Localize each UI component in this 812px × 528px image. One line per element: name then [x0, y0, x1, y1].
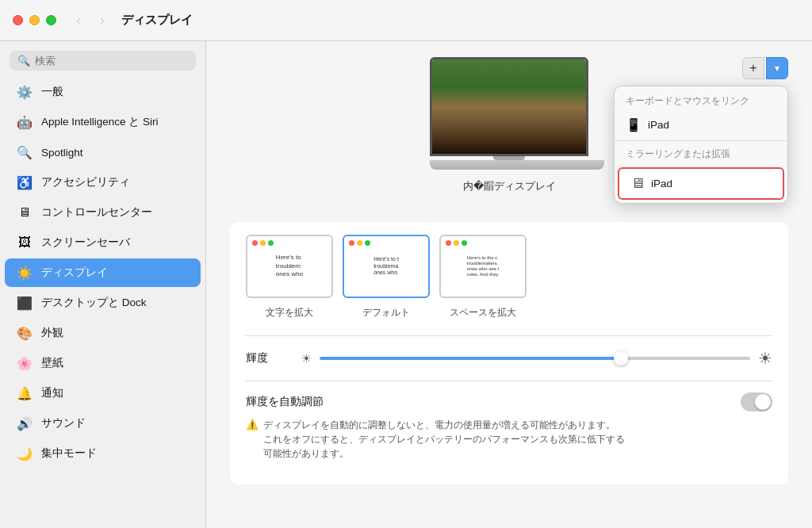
sidebar-item-spotlight[interactable]: 🔍 Spotlight [5, 138, 201, 166]
sidebar-item-label: 壁紙 [41, 356, 63, 370]
brightness-slider[interactable] [320, 357, 750, 360]
popup-mirror-ipad-label: iPad [651, 178, 672, 189]
auto-brightness-title: 輝度を自動調節 [246, 395, 324, 409]
sidebar-item-sound[interactable]: 🔊 サウンド [5, 409, 201, 438]
preview-text: Here's totroublemones who [276, 254, 303, 278]
sidebar-item-accessibility[interactable]: ♿ アクセシビリティ [5, 168, 201, 197]
preview-inner: Here's to ttroublemaones who [348, 239, 423, 293]
sidebar-item-label: 一般 [41, 85, 63, 99]
resolution-option-default[interactable]: Here's to ttroublemaones who デフォルト [343, 235, 430, 319]
sidebar-item-label: コントロールセンター [41, 205, 152, 220]
preview-dots [349, 240, 370, 246]
green-dot [268, 240, 274, 246]
traffic-lights [13, 15, 56, 25]
popup-keyboard-ipad-item[interactable]: 📱 iPad [615, 111, 787, 139]
auto-brightness-warning: ⚠️ ディスプレイを自動的に調整しないと、電力の使用量が増える可能性があります。… [246, 418, 772, 461]
add-display-button[interactable]: + [742, 57, 764, 79]
forward-button[interactable]: › [93, 11, 112, 30]
res-option-label: 文字を拡大 [266, 306, 313, 319]
preview-dots [252, 240, 274, 246]
warning-text: ディスプレイを自動的に調整しないと、電力の使用量が増える可能性があります。これを… [263, 418, 625, 461]
resolution-section: Here's totroublemones who 文字を拡大 [230, 222, 788, 484]
screensaver-icon: 🖼 [16, 234, 33, 251]
siri-icon: 🤖 [16, 113, 33, 131]
sidebar-item-label: Apple Intelligence と Siri [41, 115, 159, 129]
green-dot [462, 240, 467, 246]
display-controls: + ▾ [742, 57, 788, 79]
green-dot [365, 240, 370, 246]
sidebar-item-label: 通知 [41, 386, 63, 400]
sidebar-item-label: アクセシビリティ [41, 175, 130, 189]
minimize-button[interactable] [29, 15, 40, 25]
sidebar-item-notifications[interactable]: 🔔 通知 [5, 379, 201, 407]
sun-large-icon: ☀ [758, 349, 772, 368]
control-center-icon: 🖥 [16, 204, 33, 221]
tablet-icon: 📱 [626, 117, 642, 132]
sun-small-icon: ☀ [301, 352, 312, 365]
sound-icon: 🔊 [16, 415, 33, 432]
preview-text: Here's to ttroublemaones who [373, 256, 399, 277]
sidebar-item-general[interactable]: ⚙️ 一般 [5, 78, 201, 106]
search-input[interactable] [35, 55, 188, 67]
brightness-slider-container: ☀ ☀ [301, 349, 772, 368]
macbook-container [430, 57, 588, 170]
brightness-row: 輝度 ☀ ☀ [246, 335, 772, 381]
notification-icon: 🔔 [16, 385, 33, 402]
sidebar-item-screensaver[interactable]: 🖼 スクリーンセーバ [5, 228, 201, 257]
titlebar: ‹ › ディスプレイ [0, 0, 812, 41]
focus-icon: 🌙 [16, 445, 33, 462]
page-title: ディスプレイ [121, 13, 193, 28]
back-button[interactable]: ‹ [69, 11, 88, 30]
res-preview-large: Here's totroublemones who [246, 235, 333, 298]
sidebar-item-label: Spotlight [41, 147, 83, 159]
resolution-option-more-space[interactable]: Here's to the ctroublemakers.ones who se… [439, 235, 527, 319]
sidebar-item-label: サウンド [41, 416, 86, 430]
desktop-icon: ⬛ [16, 294, 33, 312]
sidebar-item-desktop-dock[interactable]: ⬛ デスクトップと Dock [5, 289, 201, 317]
popup-keyboard-section-title: キーボードとマウスをリンク [615, 86, 787, 111]
resolution-option-large-text[interactable]: Here's totroublemones who 文字を拡大 [246, 235, 333, 319]
accessibility-icon: ♿ [16, 174, 33, 191]
slider-thumb[interactable] [614, 351, 628, 365]
sidebar-item-control-center[interactable]: 🖥 コントロールセンター [5, 198, 201, 227]
dropdown-popup: キーボードとマウスをリンク 📱 iPad ミラーリングまたは拡張 🖥 iPad [614, 86, 788, 204]
popup-divider [615, 140, 787, 141]
spotlight-icon: 🔍 [16, 143, 33, 161]
monitor-icon: 🖥 [630, 175, 645, 192]
warning-icon: ⚠️ [246, 419, 259, 430]
res-option-label: スペースを拡大 [450, 306, 516, 319]
sidebar-item-focus[interactable]: 🌙 集中モード [5, 439, 201, 468]
sidebar-item-label: 外観 [41, 326, 63, 340]
popup-ipad-label: iPad [648, 119, 669, 131]
preview-text: Here's to the ctroublemakers.ones who se… [467, 255, 499, 278]
preview-dots [446, 240, 467, 246]
sidebar-item-wallpaper[interactable]: 🌸 壁紙 [5, 349, 201, 377]
brightness-label: 輝度 [246, 351, 293, 365]
content-area: 内�賵ディスプレイ + ▾ キーボードとマウスをリンク 📱 iPad ミラーリン… [206, 41, 812, 528]
popup-mirror-ipad-item[interactable]: 🖥 iPad [618, 167, 784, 200]
maximize-button[interactable] [46, 15, 56, 25]
search-bar[interactable]: 🔍 [10, 51, 196, 71]
auto-brightness-header: 輝度を自動調節 [246, 392, 772, 411]
close-button[interactable] [13, 15, 23, 25]
sidebar-item-label: デスクトップと Dock [41, 296, 147, 310]
sidebar-item-label: ディスプレイ [41, 266, 108, 280]
wallpaper-preview [432, 59, 586, 154]
auto-brightness-toggle[interactable] [741, 392, 772, 411]
res-preview-default: Here's to ttroublemaones who [343, 235, 430, 298]
macbook-body [430, 160, 604, 170]
search-icon: 🔍 [17, 55, 30, 67]
yellow-dot [357, 240, 362, 246]
resolution-options: Here's totroublemones who 文字を拡大 [246, 235, 772, 319]
main-layout: 🔍 ⚙️ 一般 🤖 Apple Intelligence と Siri 🔍 Sp… [0, 41, 812, 528]
sidebar-item-apple-intelligence[interactable]: 🤖 Apple Intelligence と Siri [5, 108, 201, 136]
wallpaper-icon: 🌸 [16, 354, 33, 372]
display-name-label: 内�賵ディスプレイ [463, 179, 556, 193]
preview-inner: Here's totroublemones who [251, 239, 327, 293]
red-dot [349, 240, 354, 246]
sidebar-item-display[interactable]: ☀️ ディスプレイ [5, 258, 201, 287]
sidebar-item-label: スクリーンセーバ [41, 235, 130, 250]
dropdown-button[interactable]: ▾ [766, 57, 788, 79]
nav-arrows: ‹ › [69, 11, 112, 30]
sidebar-item-appearance[interactable]: 🎨 外観 [5, 319, 201, 347]
